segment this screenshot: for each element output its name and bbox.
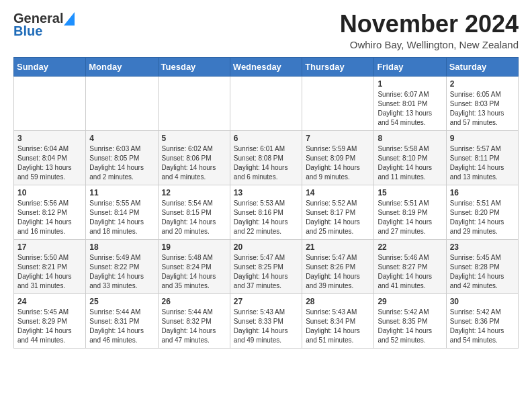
day-info: Sunrise: 5:55 AM Sunset: 8:14 PM Dayligh… [89, 199, 154, 236]
day-cell: 11Sunrise: 5:55 AM Sunset: 8:14 PM Dayli… [86, 185, 158, 239]
day-cell: 24Sunrise: 5:45 AM Sunset: 8:29 PM Dayli… [14, 293, 86, 348]
day-number: 5 [162, 134, 226, 143]
day-cell: 21Sunrise: 5:47 AM Sunset: 8:26 PM Dayli… [302, 239, 374, 293]
day-number: 9 [450, 134, 515, 143]
day-cell: 7Sunrise: 5:59 AM Sunset: 8:09 PM Daylig… [302, 130, 374, 185]
day-number: 11 [89, 188, 154, 197]
calendar-header: SundayMondayTuesdayWednesdayThursdayFrid… [14, 57, 519, 76]
day-number: 22 [378, 242, 442, 252]
col-header-saturday: Saturday [446, 57, 518, 76]
day-cell [14, 76, 86, 130]
day-info: Sunrise: 5:43 AM Sunset: 8:33 PM Dayligh… [234, 308, 298, 345]
svg-marker-0 [64, 12, 75, 26]
day-cell: 15Sunrise: 5:51 AM Sunset: 8:19 PM Dayli… [374, 185, 446, 239]
day-number: 13 [234, 188, 298, 197]
day-cell: 16Sunrise: 5:51 AM Sunset: 8:20 PM Dayli… [446, 185, 518, 239]
day-info: Sunrise: 5:44 AM Sunset: 8:31 PM Dayligh… [89, 308, 154, 345]
day-cell: 25Sunrise: 5:44 AM Sunset: 8:31 PM Dayli… [86, 293, 158, 348]
day-info: Sunrise: 6:03 AM Sunset: 8:05 PM Dayligh… [89, 144, 154, 182]
day-number: 12 [162, 188, 226, 197]
day-number: 1 [378, 79, 442, 89]
day-info: Sunrise: 5:51 AM Sunset: 8:20 PM Dayligh… [450, 199, 515, 236]
day-number: 25 [89, 297, 154, 306]
day-info: Sunrise: 5:45 AM Sunset: 8:29 PM Dayligh… [17, 308, 82, 345]
day-info: Sunrise: 5:44 AM Sunset: 8:32 PM Dayligh… [162, 308, 226, 345]
day-info: Sunrise: 5:54 AM Sunset: 8:15 PM Dayligh… [162, 199, 226, 236]
day-info: Sunrise: 5:46 AM Sunset: 8:27 PM Dayligh… [378, 253, 442, 291]
day-number: 29 [378, 297, 442, 306]
day-info: Sunrise: 6:01 AM Sunset: 8:08 PM Dayligh… [234, 144, 298, 182]
day-number: 15 [378, 188, 442, 197]
day-cell [302, 76, 374, 130]
day-info: Sunrise: 5:58 AM Sunset: 8:10 PM Dayligh… [378, 144, 442, 182]
day-cell: 1Sunrise: 6:07 AM Sunset: 8:01 PM Daylig… [374, 76, 446, 130]
day-cell: 22Sunrise: 5:46 AM Sunset: 8:27 PM Dayli… [374, 239, 446, 293]
day-number: 30 [450, 297, 515, 306]
day-info: Sunrise: 5:56 AM Sunset: 8:12 PM Dayligh… [17, 199, 82, 236]
day-number: 21 [306, 242, 370, 252]
day-info: Sunrise: 6:04 AM Sunset: 8:04 PM Dayligh… [17, 144, 82, 182]
col-header-thursday: Thursday [302, 57, 374, 76]
day-info: Sunrise: 5:57 AM Sunset: 8:11 PM Dayligh… [450, 144, 515, 182]
day-cell: 8Sunrise: 5:58 AM Sunset: 8:10 PM Daylig… [374, 130, 446, 185]
col-header-monday: Monday [86, 57, 158, 76]
col-header-sunday: Sunday [14, 57, 86, 76]
day-cell: 12Sunrise: 5:54 AM Sunset: 8:15 PM Dayli… [158, 185, 230, 239]
day-number: 26 [162, 297, 226, 306]
day-number: 3 [17, 134, 82, 143]
day-info: Sunrise: 5:59 AM Sunset: 8:09 PM Dayligh… [306, 144, 370, 182]
day-number: 4 [89, 134, 154, 143]
day-cell: 26Sunrise: 5:44 AM Sunset: 8:32 PM Dayli… [158, 293, 230, 348]
title-block: November 2024 Owhiro Bay, Wellington, Ne… [340, 11, 519, 50]
day-cell: 30Sunrise: 5:42 AM Sunset: 8:36 PM Dayli… [446, 293, 518, 348]
day-cell: 20Sunrise: 5:47 AM Sunset: 8:25 PM Dayli… [230, 239, 302, 293]
day-cell: 13Sunrise: 5:53 AM Sunset: 8:16 PM Dayli… [230, 185, 302, 239]
week-row-2: 3Sunrise: 6:04 AM Sunset: 8:04 PM Daylig… [14, 130, 519, 185]
day-number: 23 [450, 242, 515, 252]
day-number: 10 [17, 188, 82, 197]
week-row-5: 24Sunrise: 5:45 AM Sunset: 8:29 PM Dayli… [14, 293, 519, 348]
day-info: Sunrise: 6:05 AM Sunset: 8:03 PM Dayligh… [450, 90, 515, 128]
day-cell: 6Sunrise: 6:01 AM Sunset: 8:08 PM Daylig… [230, 130, 302, 185]
day-info: Sunrise: 5:50 AM Sunset: 8:21 PM Dayligh… [17, 253, 82, 291]
day-info: Sunrise: 5:49 AM Sunset: 8:22 PM Dayligh… [89, 253, 154, 291]
day-cell: 27Sunrise: 5:43 AM Sunset: 8:33 PM Dayli… [230, 293, 302, 348]
week-row-4: 17Sunrise: 5:50 AM Sunset: 8:21 PM Dayli… [14, 239, 519, 293]
day-number: 14 [306, 188, 370, 197]
day-info: Sunrise: 5:51 AM Sunset: 8:19 PM Dayligh… [378, 199, 442, 236]
day-info: Sunrise: 6:02 AM Sunset: 8:06 PM Dayligh… [162, 144, 226, 182]
day-cell: 23Sunrise: 5:45 AM Sunset: 8:28 PM Dayli… [446, 239, 518, 293]
day-info: Sunrise: 5:53 AM Sunset: 8:16 PM Dayligh… [234, 199, 298, 236]
calendar-body: 1Sunrise: 6:07 AM Sunset: 8:01 PM Daylig… [14, 76, 519, 348]
day-number: 7 [306, 134, 370, 143]
col-header-friday: Friday [374, 57, 446, 76]
day-cell [230, 76, 302, 130]
day-info: Sunrise: 5:47 AM Sunset: 8:25 PM Dayligh… [234, 253, 298, 291]
logo: General Blue [13, 11, 75, 39]
day-info: Sunrise: 5:48 AM Sunset: 8:24 PM Dayligh… [162, 253, 226, 291]
day-cell: 9Sunrise: 5:57 AM Sunset: 8:11 PM Daylig… [446, 130, 518, 185]
day-number: 24 [17, 297, 82, 306]
col-header-tuesday: Tuesday [158, 57, 230, 76]
day-number: 28 [306, 297, 370, 306]
day-number: 19 [162, 242, 226, 252]
logo-blue: Blue [13, 24, 42, 39]
day-number: 2 [450, 79, 515, 89]
col-header-wednesday: Wednesday [230, 57, 302, 76]
day-cell: 19Sunrise: 5:48 AM Sunset: 8:24 PM Dayli… [158, 239, 230, 293]
day-info: Sunrise: 5:52 AM Sunset: 8:17 PM Dayligh… [306, 199, 370, 236]
day-cell: 17Sunrise: 5:50 AM Sunset: 8:21 PM Dayli… [14, 239, 86, 293]
day-cell: 5Sunrise: 6:02 AM Sunset: 8:06 PM Daylig… [158, 130, 230, 185]
day-info: Sunrise: 5:47 AM Sunset: 8:26 PM Dayligh… [306, 253, 370, 291]
day-cell: 28Sunrise: 5:43 AM Sunset: 8:34 PM Dayli… [302, 293, 374, 348]
day-info: Sunrise: 6:07 AM Sunset: 8:01 PM Dayligh… [378, 90, 442, 128]
calendar-table: SundayMondayTuesdayWednesdayThursdayFrid… [13, 57, 519, 349]
day-number: 27 [234, 297, 298, 306]
day-cell [158, 76, 230, 130]
calendar-subtitle: Owhiro Bay, Wellington, New Zealand [340, 39, 519, 50]
day-cell: 18Sunrise: 5:49 AM Sunset: 8:22 PM Dayli… [86, 239, 158, 293]
day-number: 6 [234, 134, 298, 143]
day-cell: 29Sunrise: 5:42 AM Sunset: 8:35 PM Dayli… [374, 293, 446, 348]
logo-triangle-icon [64, 12, 75, 26]
day-cell: 10Sunrise: 5:56 AM Sunset: 8:12 PM Dayli… [14, 185, 86, 239]
